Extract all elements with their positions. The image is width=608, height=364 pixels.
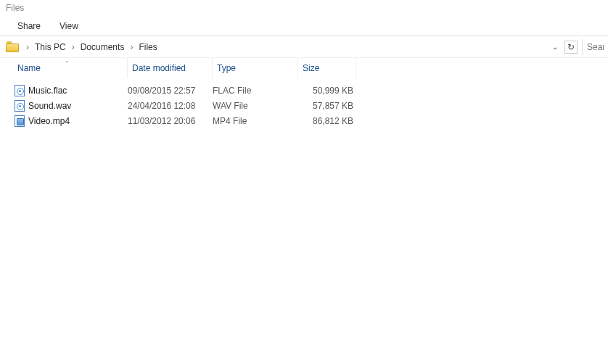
folder-icon [6, 41, 19, 52]
window-title: Files [0, 0, 608, 16]
address-bar: › This PC › Documents › Files ⌄ ↻ [0, 36, 608, 58]
audio-file-icon [15, 100, 25, 112]
file-name: Music.flac [28, 86, 67, 96]
ribbon-tabs: Share View [0, 16, 608, 36]
column-headers: Name ˄ Date modified Type Size [0, 58, 608, 78]
video-file-icon [15, 115, 25, 127]
column-label: Type [217, 63, 236, 73]
file-name: Sound.wav [28, 101, 71, 111]
file-date: 24/04/2016 12:08 [128, 101, 213, 111]
file-size: 86,812 KB [298, 116, 356, 126]
column-header-size[interactable]: Size [298, 58, 356, 78]
chevron-right-icon: › [25, 42, 30, 52]
breadcrumb-files[interactable]: Files [139, 42, 157, 52]
column-label: Name [17, 63, 41, 73]
file-date: 11/03/2012 20:06 [128, 116, 213, 126]
column-header-date[interactable]: Date modified [128, 58, 213, 78]
file-row[interactable]: Sound.wav 24/04/2016 12:08 WAV File 57,8… [0, 98, 608, 113]
ribbon-tab-share[interactable]: Share [17, 21, 41, 31]
chevron-right-icon: › [128, 42, 134, 52]
file-size: 50,999 KB [298, 86, 356, 96]
file-type: MP4 File [213, 116, 298, 126]
file-row[interactable]: Video.mp4 11/03/2012 20:06 MP4 File 86,8… [0, 113, 608, 128]
audio-file-icon [15, 85, 25, 96]
column-header-name[interactable]: Name ˄ [13, 58, 128, 78]
refresh-button[interactable]: ↻ [564, 41, 578, 54]
file-row[interactable]: Music.flac 09/08/2015 22:57 FLAC File 50… [0, 83, 608, 98]
file-date: 09/08/2015 22:57 [128, 86, 213, 96]
column-label: Date modified [132, 63, 186, 73]
column-header-type[interactable]: Type [213, 58, 298, 78]
file-list: Music.flac 09/08/2015 22:57 FLAC File 50… [0, 78, 608, 128]
file-type: WAV File [213, 101, 298, 111]
column-label: Size [303, 63, 319, 73]
sort-indicator-icon: ˄ [65, 60, 69, 67]
breadcrumb-documents[interactable]: Documents [81, 42, 125, 52]
chevron-right-icon: › [70, 42, 76, 52]
search-input[interactable] [582, 39, 604, 55]
breadcrumb-this-pc[interactable]: This PC [35, 42, 66, 52]
ribbon-tab-view[interactable]: View [59, 21, 78, 31]
address-dropdown[interactable]: ⌄ [550, 43, 560, 51]
file-name: Video.mp4 [28, 116, 70, 126]
file-size: 57,857 KB [298, 101, 356, 111]
file-type: FLAC File [213, 86, 298, 96]
